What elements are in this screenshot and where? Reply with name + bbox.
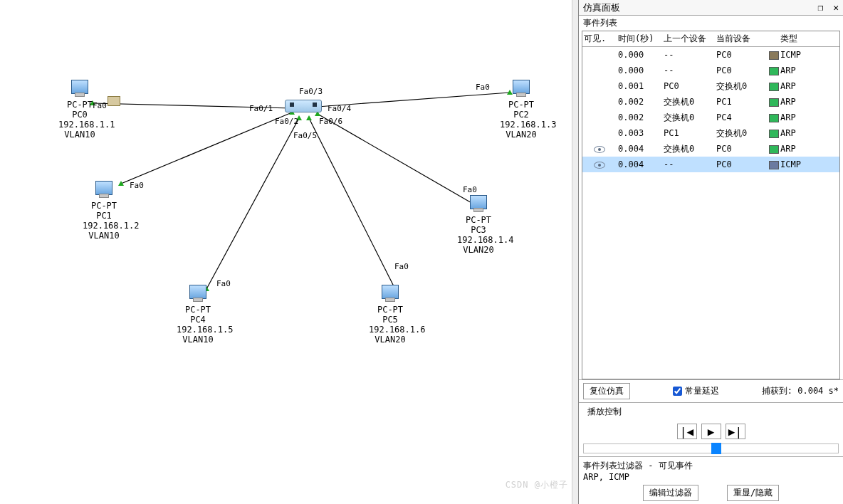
- switch-icon: [285, 100, 322, 112]
- constant-delay-checkbox[interactable]: [673, 387, 682, 396]
- filter-protocols: ARP, ICMP: [583, 472, 839, 482]
- pc-icon: [513, 80, 530, 94]
- protocol-color-chip: [769, 114, 779, 122]
- event-row[interactable]: 0.004交换机0PC0 ARP: [582, 141, 839, 157]
- topology-canvas[interactable]: Fa0/3Fa0/1Fa0/4Fa0/2Fa0/6Fa0/5 PC-PTPC01…: [0, 0, 578, 504]
- port-label: Fa0/4: [328, 104, 351, 113]
- port-label: Fa0: [130, 181, 144, 190]
- edit-filters-button[interactable]: 编辑过滤器: [643, 485, 698, 501]
- port-label: Fa0: [476, 83, 490, 92]
- event-row[interactable]: 0.003PC1交换机0 ARP: [582, 125, 839, 141]
- svg-marker-13: [306, 115, 312, 120]
- playback-label: 播放控制: [583, 404, 839, 419]
- protocol-color-chip: [769, 51, 779, 60]
- svg-line-1: [121, 112, 292, 184]
- port-label: Fa0: [463, 185, 477, 194]
- event-row[interactable]: 0.004--PC0 ICMP: [582, 157, 839, 172]
- port-label: Fa0/2: [275, 117, 298, 126]
- port-label: Fa0: [394, 262, 409, 271]
- speed-slider[interactable]: [583, 443, 839, 453]
- svg-line-4: [318, 114, 473, 204]
- pc-pc1[interactable]: PC-PTPC1192.168.1.2VLAN10: [83, 181, 125, 241]
- pc-label: PC-PTPC4192.168.1.5VLAN10: [177, 305, 219, 345]
- pc-pc2[interactable]: PC-PTPC2192.168.1.3VLAN20: [500, 80, 543, 140]
- svg-line-2: [206, 118, 299, 289]
- pc-icon: [71, 80, 88, 94]
- close-icon[interactable]: ✕: [833, 2, 839, 13]
- protocol-color-chip: [769, 98, 779, 107]
- pc-icon: [382, 285, 399, 299]
- pc-label: PC-PTPC1192.168.1.2VLAN10: [83, 201, 125, 241]
- eye-icon: [594, 162, 605, 169]
- pc-pc3[interactable]: PC-PTPC3192.168.1.4VLAN20: [457, 195, 500, 255]
- play-button[interactable]: ▶: [701, 424, 721, 439]
- step-forward-button[interactable]: ▶|: [726, 424, 745, 439]
- event-list-header: 可见. 时间(秒) 上一个设备 当前设备 类型: [582, 31, 839, 47]
- port-label: Fa0/1: [249, 104, 273, 113]
- port-label: Fa0/3: [299, 87, 323, 96]
- step-back-button[interactable]: |◀: [677, 424, 697, 439]
- event-list: 可见. 时间(秒) 上一个设备 当前设备 类型 0.000--PC0 ICMP …: [582, 31, 840, 379]
- event-row[interactable]: 0.001PC0交换机0 ARP: [582, 78, 839, 94]
- pc-pc4[interactable]: PC-PTPC4192.168.1.5VLAN10: [177, 285, 219, 345]
- watermark-text: CSDN @小橙子: [506, 479, 568, 491]
- pc-label: PC-PTPC3192.168.1.4VLAN20: [457, 215, 500, 255]
- event-row[interactable]: 0.002交换机0PC4 ARP: [582, 110, 839, 125]
- protocol-color-chip: [769, 145, 779, 154]
- pc-icon: [189, 285, 206, 299]
- port-label: Fa0: [216, 279, 231, 288]
- pc-pc5[interactable]: PC-PTPC5192.168.1.6VLAN20: [369, 285, 412, 345]
- protocol-color-chip: [769, 130, 779, 138]
- pc-icon: [95, 181, 112, 195]
- protocol-color-chip: [769, 83, 779, 91]
- captured-time-label: 捕获到: 0.004 s*: [762, 385, 839, 397]
- constant-delay-toggle[interactable]: 常量延迟: [673, 385, 719, 397]
- pc-icon: [470, 195, 487, 209]
- event-list-label: 事件列表: [579, 16, 843, 31]
- vertical-scrollbar-thumb[interactable]: [573, 1, 577, 87]
- protocol-color-chip: [769, 161, 779, 169]
- show-hide-button[interactable]: 重显/隐藏: [727, 485, 779, 501]
- svg-line-3: [309, 118, 394, 288]
- event-row[interactable]: 0.000--PC0 ARP: [582, 63, 839, 78]
- event-row[interactable]: 0.002交换机0PC1 ARP: [582, 94, 839, 110]
- port-label: Fa0/5: [293, 131, 317, 140]
- eye-icon: [594, 146, 605, 153]
- reset-simulation-button[interactable]: 复位仿真: [583, 383, 630, 399]
- pc-label: PC-PTPC2192.168.1.3VLAN20: [500, 100, 543, 140]
- packet-envelope-icon[interactable]: [108, 96, 120, 106]
- filter-label: 事件列表过滤器 - 可见事件: [583, 460, 839, 472]
- popout-icon[interactable]: ❐: [818, 2, 824, 13]
- panel-title-text: 仿真面板: [583, 1, 620, 14]
- protocol-color-chip: [769, 67, 779, 75]
- speed-slider-thumb[interactable]: [711, 443, 721, 454]
- simulation-panel: 仿真面板 ❐ ✕ 事件列表 可见. 时间(秒) 上一个设备 当前设备 类型 0.…: [578, 0, 843, 504]
- pc-label: PC-PTPC5192.168.1.6VLAN20: [369, 305, 412, 345]
- port-label: Fa0: [93, 101, 107, 110]
- switch-device[interactable]: [285, 100, 322, 112]
- event-row[interactable]: 0.000--PC0 ICMP: [582, 47, 839, 63]
- port-label: Fa0/6: [319, 117, 342, 126]
